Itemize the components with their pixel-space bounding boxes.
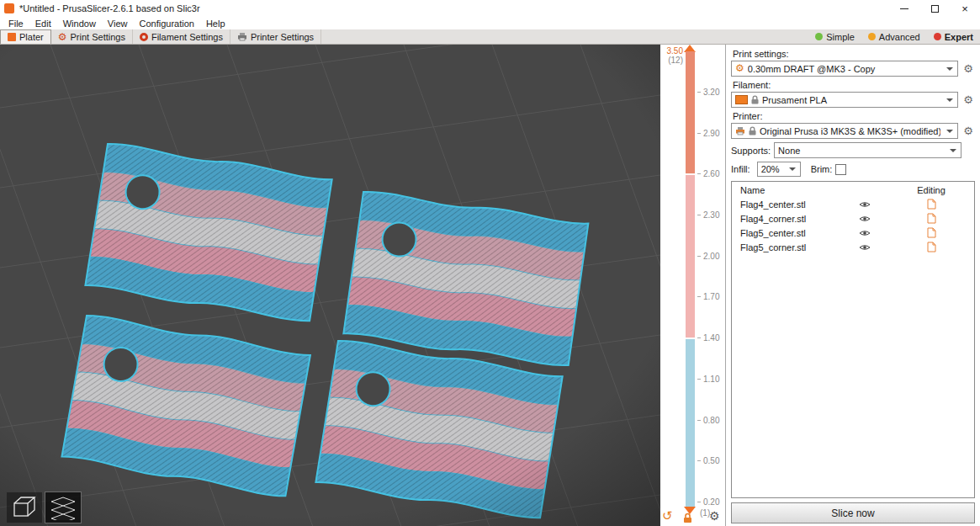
object-list-row[interactable]: Flag5_corner.stl (732, 240, 974, 254)
layer-tick: 0.80 (697, 416, 719, 425)
editing-icon[interactable] (927, 213, 936, 224)
layer-tick: 1.10 (697, 375, 719, 384)
expert-mode-dot-icon (934, 33, 941, 40)
object-name: Flag4_corner.stl (732, 214, 841, 224)
menu-view[interactable]: View (102, 19, 134, 29)
object-list: Name Editing Flag4_center.stl Flag4_corn… (731, 181, 975, 498)
infill-select[interactable]: 20% (757, 162, 801, 177)
object-list-row[interactable]: Flag5_center.stl (732, 226, 974, 240)
slice-now-button[interactable]: Slice now (731, 502, 975, 523)
mode-switcher: Simple Advanced Expert (808, 29, 980, 44)
chevron-down-icon (946, 98, 953, 102)
menu-configuration[interactable]: Configuration (133, 19, 199, 29)
layer-tick: 1.70 (697, 292, 719, 301)
slider-settings-gear-icon[interactable]: ⚙ (709, 510, 720, 523)
supports-label: Supports: (731, 146, 771, 156)
lock-icon[interactable] (683, 513, 692, 525)
visibility-eye-icon[interactable] (859, 200, 871, 209)
visibility-eye-icon[interactable] (859, 243, 871, 252)
mode-advanced[interactable]: Advanced (861, 32, 927, 42)
print-settings-gear-icon: ⚙ (58, 33, 67, 41)
brim-checkbox[interactable] (835, 164, 846, 175)
profile-gear-icon: ⚙ (735, 64, 744, 73)
settings-panel: Print settings: ⚙ 0.30mm DRAFT @MK3 - Co… (725, 45, 980, 526)
simple-mode-dot-icon (815, 33, 823, 40)
printer-gear-button[interactable]: ⚙ (961, 125, 975, 137)
3d-viewport[interactable] (0, 45, 660, 526)
tab-print-settings-label: Print Settings (71, 32, 125, 42)
mode-simple-label: Simple (826, 32, 855, 42)
visibility-eye-icon[interactable] (859, 215, 871, 223)
supports-select[interactable]: None (774, 142, 961, 158)
main-content: 3.50 (12) 3.20 2.90 2.60 2.30 2.00 1.70 … (0, 45, 980, 526)
layer-tick: 2.00 (697, 252, 719, 261)
object-list-row[interactable]: Flag4_corner.stl (732, 211, 974, 226)
color-change-notch (686, 173, 695, 175)
print-settings-label: Print settings: (733, 49, 975, 59)
layer-tick: 2.60 (697, 169, 719, 178)
print-settings-value: 0.30mm DRAFT @MK3 - Copy (748, 64, 940, 74)
object-list-row[interactable]: Flag4_center.stl (732, 197, 974, 211)
menu-bar: File Edit Window View Configuration Help (0, 17, 980, 29)
tab-bar: Plater ⚙ Print Settings Filament Setting… (0, 29, 980, 45)
layer-tick: 1.40 (697, 333, 719, 343)
object-list-header: Name Editing (732, 183, 974, 197)
menu-help[interactable]: Help (200, 19, 231, 29)
visibility-eye-icon[interactable] (859, 229, 871, 237)
layer-color-segment-bottom (686, 338, 695, 507)
mode-advanced-label: Advanced (879, 32, 920, 42)
name-column-header: Name (732, 185, 841, 195)
layer-slider[interactable] (686, 51, 695, 507)
filament-label: Filament: (733, 80, 975, 90)
minimize-button[interactable] (889, 0, 919, 17)
editing-column-header: Editing (917, 185, 946, 195)
mode-expert-label: Expert (945, 32, 973, 42)
filament-gear-button[interactable]: ⚙ (961, 93, 975, 106)
maximize-button[interactable] (919, 0, 950, 17)
filament-spool-icon (140, 33, 148, 41)
mode-expert[interactable]: Expert (927, 32, 980, 42)
layer-color-segment-middle (686, 174, 695, 338)
printer-icon (735, 126, 745, 135)
model-flag-1[interactable] (80, 135, 342, 330)
editing-icon[interactable] (927, 227, 936, 238)
filament-color-swatch (735, 95, 748, 104)
editing-icon[interactable] (927, 242, 936, 252)
view-mode-thumbnails (7, 492, 81, 523)
lock-icon (751, 95, 759, 104)
3d-editor-view-button[interactable] (7, 492, 42, 523)
print-settings-select[interactable]: ⚙ 0.30mm DRAFT @MK3 - Copy (731, 61, 958, 77)
printer-icon (237, 32, 247, 41)
printer-label: Printer: (733, 111, 975, 121)
mode-simple[interactable]: Simple (808, 32, 861, 42)
editing-icon[interactable] (927, 199, 936, 210)
window-title: *Untitled - PrusaSlicer-2.6.1 based on S… (19, 3, 200, 13)
layer-tick: 2.30 (697, 210, 719, 220)
tab-plater[interactable]: Plater (0, 29, 51, 44)
layers-icon (48, 495, 78, 520)
menu-file[interactable]: File (3, 19, 29, 29)
preview-view-button[interactable] (45, 492, 81, 523)
layer-tick: 0.20 (697, 497, 719, 507)
menu-edit[interactable]: Edit (29, 19, 57, 29)
infill-label: Infill: (731, 164, 750, 174)
print-settings-gear-button[interactable]: ⚙ (961, 62, 975, 75)
close-button[interactable]: × (950, 0, 980, 17)
tab-filament-settings[interactable]: Filament Settings (133, 29, 230, 44)
tab-printer-settings[interactable]: Printer Settings (230, 29, 321, 44)
filament-select[interactable]: Prusament PLA (731, 92, 958, 108)
model-flag-3[interactable] (56, 306, 320, 506)
undo-icon[interactable]: ↺ (662, 509, 673, 522)
3d-scene[interactable] (0, 45, 660, 526)
advanced-mode-dot-icon (868, 33, 876, 40)
maximize-icon (931, 5, 939, 13)
tab-plater-label: Plater (19, 32, 44, 42)
chevron-down-icon (946, 130, 953, 133)
brim-label: Brim: (811, 164, 833, 174)
tab-filament-settings-label: Filament Settings (151, 32, 223, 42)
object-name: Flag4_center.stl (732, 199, 841, 210)
printer-select[interactable]: Original Prusa i3 MK3S & MK3S+ (modified… (731, 123, 958, 139)
supports-value: None (778, 146, 944, 156)
tab-print-settings[interactable]: ⚙ Print Settings (51, 29, 133, 44)
menu-window[interactable]: Window (57, 19, 102, 29)
